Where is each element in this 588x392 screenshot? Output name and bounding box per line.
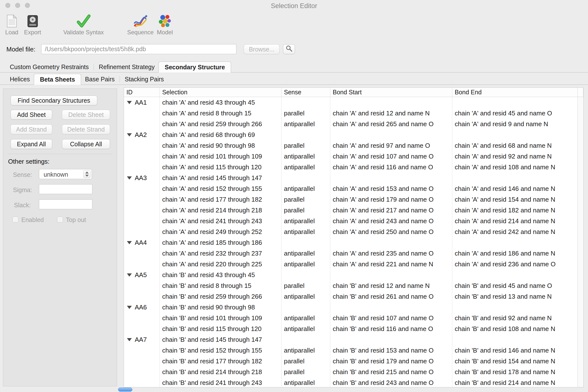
export-disk-icon [24, 10, 41, 28]
slack-label: Slack: [14, 202, 30, 209]
table-header: ID Selection Sense Bond Start Bond End [124, 88, 583, 97]
table-row[interactable]: chain 'B' and resid 8 through 15 paralle… [124, 280, 578, 291]
top-out-checkbox[interactable] [57, 216, 63, 222]
column-header-bond-end[interactable]: Bond End [452, 88, 578, 97]
table-row[interactable]: chain 'A' and resid 115 through 120 anti… [124, 162, 578, 172]
add-strand-button[interactable]: Add Strand [10, 124, 52, 134]
collapse-all-button[interactable]: Collapse All [62, 139, 110, 149]
disclosure-triangle-icon[interactable] [127, 306, 132, 309]
sheet-table: ID Selection Sense Bond Start Bond End A… [124, 88, 584, 387]
validate-check-icon [64, 10, 104, 28]
tab-refinement-strategy[interactable]: Refinement Strategy [95, 62, 158, 72]
table-row[interactable]: AA7 chain 'B' and resid 145 through 147 [124, 334, 578, 345]
table-row[interactable]: AA3 chain 'A' and resid 145 through 147 [124, 172, 578, 183]
cell-bond-end: chain 'A' and resid 108 and name N [452, 162, 578, 172]
table-row[interactable]: AA5 chain 'B' and resid 43 through 45 [124, 270, 578, 280]
cell-bond-start: chain 'A' and resid 217 and name O [330, 205, 452, 216]
table-row[interactable]: AA4 chain 'A' and resid 185 through 186 [124, 237, 578, 248]
cell-bond-start: chain 'A' and resid 116 and name O [330, 162, 452, 172]
cell-bond-end [452, 270, 578, 280]
cell-sense: antiparallel [282, 345, 330, 356]
cell-selection: chain 'A' and resid 90 through 98 [160, 140, 282, 151]
cell-bond-end: chain 'B' and resid 146 and name N [452, 345, 578, 356]
cell-bond-end [452, 334, 578, 345]
cell-selection: chain 'A' and resid 43 through 45 [160, 97, 282, 108]
table-row[interactable]: chain 'A' and resid 249 through 252 anti… [124, 226, 578, 237]
delete-sheet-button[interactable]: Delete Sheet [62, 110, 110, 120]
add-sheet-button[interactable]: Add Sheet [10, 110, 52, 120]
cell-sense: antiparallel [282, 216, 330, 226]
table-row[interactable]: chain 'B' and resid 115 through 120 anti… [124, 324, 578, 334]
table-row[interactable]: chain 'A' and resid 152 through 155 anti… [124, 183, 578, 194]
cell-sense: parallel [282, 366, 330, 377]
sigma-input[interactable] [39, 184, 92, 194]
toolbar-model-button[interactable]: Model [157, 10, 173, 36]
cell-sense: antiparallel [282, 151, 330, 162]
table-row[interactable]: chain 'A' and resid 220 through 225 anti… [124, 259, 578, 270]
dropdown-stepper-icon [83, 170, 91, 178]
table-row[interactable]: chain 'A' and resid 241 through 243 anti… [124, 216, 578, 226]
table-row[interactable]: AA2 chain 'A' and resid 68 through 69 [124, 129, 578, 140]
cell-sense: antiparallel [282, 377, 330, 387]
column-header-bond-start[interactable]: Bond Start [330, 88, 452, 97]
table-row[interactable]: AA1 chain 'A' and resid 43 through 45 [124, 97, 578, 108]
cell-selection: chain 'A' and resid 8 through 15 [160, 108, 282, 118]
table-row[interactable]: chain 'A' and resid 8 through 15 paralle… [124, 108, 578, 118]
disclosure-triangle-icon[interactable] [127, 101, 132, 104]
toolbar-export-button[interactable]: Export [24, 10, 41, 36]
expand-all-button[interactable]: Expand All [10, 139, 52, 149]
table-row[interactable]: chain 'A' and resid 232 through 237 anti… [124, 248, 578, 259]
enabled-checkbox[interactable] [12, 216, 18, 222]
cell-bond-end: chain 'B' and resid 13 and name N [452, 291, 578, 302]
cell-id [124, 205, 160, 216]
column-header-selection[interactable]: Selection [160, 88, 282, 97]
table-row[interactable]: chain 'A' and resid 90 through 98 parall… [124, 140, 578, 151]
tab-base-pairs[interactable]: Base Pairs [81, 74, 118, 84]
disclosure-triangle-icon[interactable] [127, 133, 132, 136]
vertical-scrollbar[interactable] [578, 97, 583, 387]
sense-dropdown[interactable]: unknown [39, 169, 92, 179]
delete-strand-button[interactable]: Delete Strand [62, 124, 110, 134]
toolbar-validate-syntax-button[interactable]: Validate Syntax [64, 10, 104, 36]
cell-bond-end: chain 'B' and resid 108 and name N [452, 324, 578, 334]
cell-bond-start: chain 'A' and resid 265 and name O [330, 118, 452, 129]
table-row[interactable]: chain 'B' and resid 101 through 109 anti… [124, 312, 578, 324]
search-button[interactable] [283, 44, 295, 54]
disclosure-triangle-icon[interactable] [127, 274, 132, 276]
other-settings-heading: Other settings: [8, 158, 50, 166]
disclosure-triangle-icon[interactable] [127, 338, 132, 341]
browse-button[interactable]: Browse... [244, 44, 280, 54]
toolbar-sequence-button[interactable]: Sequence [127, 10, 154, 36]
model-file-input[interactable] [41, 44, 236, 54]
cell-sense [282, 97, 330, 108]
cell-bond-end: chain 'A' and resid 68 and name N [452, 140, 578, 151]
tab-secondary-structure[interactable]: Secondary Structure [158, 62, 231, 72]
table-row[interactable]: chain 'B' and resid 241 through 243 anti… [124, 377, 578, 387]
table-row[interactable]: chain 'B' and resid 152 through 155 anti… [124, 345, 578, 356]
tab-beta-sheets[interactable]: Beta Sheets [34, 74, 81, 85]
table-row[interactable]: chain 'B' and resid 259 through 266 anti… [124, 291, 578, 302]
table-row[interactable]: chain 'A' and resid 177 through 182 para… [124, 194, 578, 205]
toolbar-load-button[interactable]: Load [5, 10, 18, 36]
cell-bond-start: chain 'B' and resid 261 and name O [330, 291, 452, 302]
table-row[interactable]: chain 'B' and resid 214 through 218 para… [124, 366, 578, 377]
cell-bond-end: chain 'A' and resid 182 and name N [452, 205, 578, 216]
disclosure-triangle-icon[interactable] [127, 176, 132, 180]
table-row[interactable]: chain 'A' and resid 214 through 218 para… [124, 205, 578, 216]
table-row[interactable]: chain 'B' and resid 177 through 182 para… [124, 356, 578, 366]
tab-helices[interactable]: Helices [6, 74, 34, 84]
column-header-id[interactable]: ID [124, 88, 160, 97]
sheet-id-label: AA3 [135, 172, 147, 183]
table-row[interactable]: chain 'A' and resid 101 through 109 anti… [124, 151, 578, 162]
tab-stacking-pairs[interactable]: Stacking Pairs [121, 74, 168, 84]
cell-sense [282, 302, 330, 312]
table-row[interactable]: AA6 chain 'B' and resid 90 through 98 [124, 302, 578, 312]
find-secondary-structures-button[interactable]: Find Secondary Structures [10, 96, 97, 105]
horizontal-scrollbar-thumb[interactable] [118, 388, 132, 392]
table-row[interactable]: chain 'A' and resid 259 through 266 anti… [124, 118, 578, 129]
disclosure-triangle-icon[interactable] [127, 241, 132, 244]
tab-custom-geometry-restraints[interactable]: Custom Geometry Restraints [6, 62, 92, 72]
cell-bond-end [452, 97, 578, 108]
column-header-sense[interactable]: Sense [282, 88, 330, 97]
slack-input[interactable] [39, 200, 92, 209]
